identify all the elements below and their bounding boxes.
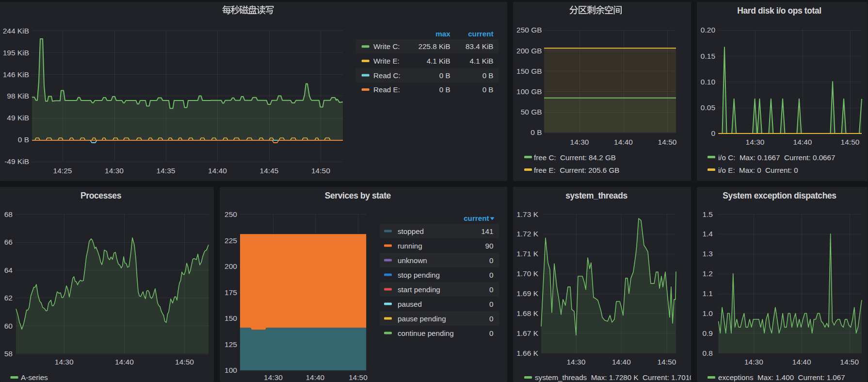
svg-text:stop pending: stop pending bbox=[398, 271, 440, 279]
svg-text:14:50: 14:50 bbox=[175, 358, 194, 366]
svg-text:Write E:: Write E: bbox=[373, 57, 400, 65]
svg-text:14:50: 14:50 bbox=[658, 358, 676, 366]
svg-text:1.73 K: 1.73 K bbox=[516, 210, 538, 218]
svg-text:66: 66 bbox=[4, 238, 13, 246]
svg-text:1.2: 1.2 bbox=[702, 269, 713, 278]
svg-text:system_threads: system_threads bbox=[565, 191, 627, 200]
svg-text:14:40: 14:40 bbox=[792, 358, 811, 366]
svg-text:paused: paused bbox=[398, 300, 422, 308]
svg-text:0: 0 bbox=[489, 315, 493, 323]
svg-text:Write C:: Write C: bbox=[373, 42, 400, 50]
svg-text:stopped: stopped bbox=[398, 227, 424, 235]
svg-text:4.1 KiB: 4.1 KiB bbox=[427, 57, 450, 65]
svg-text:0: 0 bbox=[711, 129, 715, 137]
svg-text:14:50: 14:50 bbox=[841, 138, 860, 146]
svg-text:14:35: 14:35 bbox=[157, 166, 176, 175]
svg-text:200 GB: 200 GB bbox=[516, 47, 542, 55]
svg-text:14:30: 14:30 bbox=[570, 138, 589, 146]
svg-text:150 GB: 150 GB bbox=[516, 67, 542, 75]
svg-text:90: 90 bbox=[485, 242, 494, 250]
svg-text:83.4 KiB: 83.4 KiB bbox=[466, 42, 493, 50]
svg-text:1.0: 1.0 bbox=[702, 309, 713, 317]
svg-text:Hard disk i/o ops total: Hard disk i/o ops total bbox=[737, 6, 821, 16]
svg-text:14:30: 14:30 bbox=[744, 358, 763, 366]
svg-text:0: 0 bbox=[489, 271, 493, 279]
svg-text:Read E:: Read E: bbox=[373, 85, 400, 94]
svg-text:0: 0 bbox=[489, 329, 493, 337]
svg-text:start pending: start pending bbox=[398, 285, 440, 294]
svg-text:system_threads Max: 1.7280 K: system_threads Max: 1.7280 K Current: 1.… bbox=[535, 373, 691, 382]
svg-text:14:50: 14:50 bbox=[658, 138, 677, 146]
svg-text:0 B: 0 B bbox=[482, 71, 494, 80]
svg-text:1.4: 1.4 bbox=[702, 230, 713, 238]
svg-text:0 B: 0 B bbox=[482, 85, 494, 94]
svg-text:0 B: 0 B bbox=[439, 71, 450, 80]
svg-text:System exception dispatches: System exception dispatches bbox=[723, 191, 836, 200]
svg-text:225.8 KiB: 225.8 KiB bbox=[418, 42, 450, 50]
svg-text:exceptions Max: 1.400 Curren: exceptions Max: 1.400 Current: 1.067 bbox=[718, 373, 845, 382]
svg-text:i/o E: Max: 0 Current: 0: i/o E: Max: 0 Current: 0 bbox=[718, 166, 798, 174]
svg-text:Services by state: Services by state bbox=[325, 191, 391, 200]
svg-text:0: 0 bbox=[489, 256, 493, 265]
svg-text:free C: Current: 84.2 GB: free C: Current: 84.2 GB bbox=[534, 153, 616, 162]
svg-text:150: 150 bbox=[225, 314, 237, 322]
svg-text:98 KiB: 98 KiB bbox=[7, 92, 29, 100]
svg-text:free E: Current: 205.6 GB: free E: Current: 205.6 GB bbox=[534, 166, 619, 174]
svg-text:A-series: A-series bbox=[21, 373, 48, 382]
svg-text:14:45: 14:45 bbox=[260, 166, 279, 175]
svg-text:244 KiB: 244 KiB bbox=[3, 27, 29, 35]
svg-text:146 KiB: 146 KiB bbox=[3, 70, 29, 79]
svg-text:50 GB: 50 GB bbox=[521, 108, 542, 116]
svg-text:1.69 K: 1.69 K bbox=[516, 289, 538, 298]
svg-text:1.68 K: 1.68 K bbox=[516, 309, 538, 317]
svg-text:0 B: 0 B bbox=[439, 85, 450, 94]
svg-text:0.8: 0.8 bbox=[702, 349, 713, 357]
svg-text:0: 0 bbox=[489, 285, 493, 294]
svg-text:0.15: 0.15 bbox=[701, 52, 715, 60]
svg-text:14:30: 14:30 bbox=[746, 138, 765, 146]
svg-text:pause pending: pause pending bbox=[398, 315, 446, 323]
svg-text:225: 225 bbox=[225, 236, 237, 245]
svg-text:14:40: 14:40 bbox=[793, 138, 812, 146]
svg-text:1.70 K: 1.70 K bbox=[516, 269, 538, 278]
svg-text:14:40: 14:40 bbox=[208, 166, 227, 175]
svg-text:0.10: 0.10 bbox=[701, 78, 716, 86]
svg-text:Read C:: Read C: bbox=[373, 71, 401, 80]
svg-text:0 B: 0 B bbox=[18, 135, 29, 144]
svg-text:14:30: 14:30 bbox=[567, 358, 586, 366]
svg-text:0.20: 0.20 bbox=[701, 26, 716, 34]
svg-text:175: 175 bbox=[225, 288, 237, 297]
svg-text:1.72 K: 1.72 K bbox=[516, 230, 538, 238]
svg-text:unknown: unknown bbox=[398, 256, 427, 265]
svg-text:125: 125 bbox=[225, 340, 237, 349]
svg-text:14:40: 14:40 bbox=[612, 358, 631, 366]
svg-text:-49 KiB: -49 KiB bbox=[4, 157, 29, 166]
svg-text:14:30: 14:30 bbox=[55, 358, 74, 366]
svg-text:0.9: 0.9 bbox=[702, 329, 713, 337]
svg-text:68: 68 bbox=[4, 210, 13, 218]
svg-text:current: current bbox=[464, 214, 489, 222]
svg-text:1.5: 1.5 bbox=[702, 210, 713, 218]
svg-text:Processes: Processes bbox=[80, 191, 122, 200]
svg-text:0: 0 bbox=[489, 300, 493, 308]
svg-text:1.67 K: 1.67 K bbox=[516, 329, 538, 337]
svg-text:14:25: 14:25 bbox=[53, 166, 72, 175]
svg-text:14:40: 14:40 bbox=[115, 358, 134, 366]
svg-text:0.05: 0.05 bbox=[701, 103, 715, 112]
svg-text:58: 58 bbox=[4, 349, 13, 358]
svg-text:continue pending: continue pending bbox=[398, 329, 454, 337]
svg-text:62: 62 bbox=[4, 294, 13, 302]
svg-text:250: 250 bbox=[225, 210, 237, 218]
svg-text:1.66 K: 1.66 K bbox=[516, 349, 538, 357]
svg-text:100: 100 bbox=[225, 366, 237, 374]
svg-text:14:40: 14:40 bbox=[305, 373, 324, 382]
svg-text:14:30: 14:30 bbox=[264, 373, 283, 382]
svg-text:60: 60 bbox=[4, 322, 13, 330]
svg-text:current: current bbox=[468, 30, 493, 38]
svg-text:14:30: 14:30 bbox=[105, 166, 124, 175]
svg-text:i/o C: Max: 0.1667 Current:: i/o C: Max: 0.1667 Current: 0.0667 bbox=[718, 153, 835, 162]
svg-text:64: 64 bbox=[4, 266, 13, 274]
svg-text:max: max bbox=[435, 30, 450, 38]
svg-text:100 GB: 100 GB bbox=[516, 87, 542, 96]
svg-text:14:50: 14:50 bbox=[311, 166, 330, 175]
